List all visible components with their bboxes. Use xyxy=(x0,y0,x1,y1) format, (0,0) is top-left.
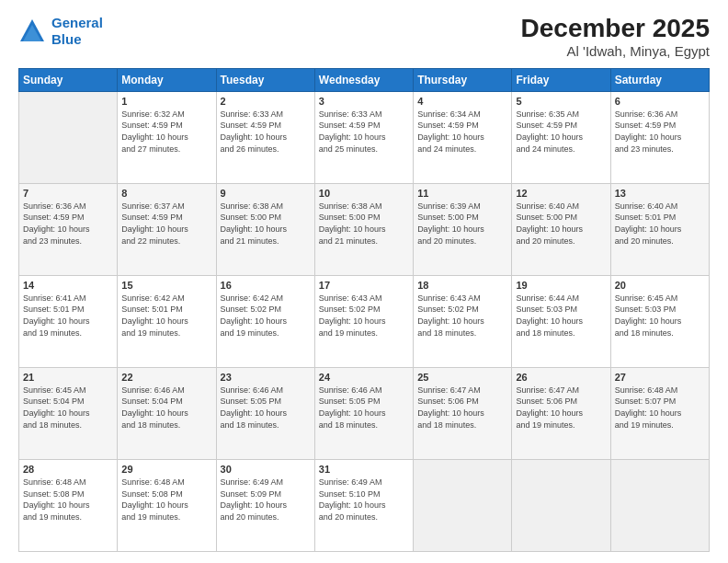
day-number: 8 xyxy=(121,188,211,199)
day-number: 30 xyxy=(221,464,311,475)
day-info: Sunrise: 6:41 AM Sunset: 5:01 PM Dayligh… xyxy=(23,293,113,339)
day-cell: 29Sunrise: 6:48 AM Sunset: 5:08 PM Dayli… xyxy=(118,459,216,551)
day-info: Sunrise: 6:33 AM Sunset: 4:59 PM Dayligh… xyxy=(319,109,409,155)
header-row: SundayMondayTuesdayWednesdayThursdayFrid… xyxy=(19,68,710,91)
day-cell: 1Sunrise: 6:32 AM Sunset: 4:59 PM Daylig… xyxy=(118,91,216,183)
day-info: Sunrise: 6:48 AM Sunset: 5:08 PM Dayligh… xyxy=(23,477,113,523)
column-header-tuesday: Tuesday xyxy=(216,68,314,91)
day-cell: 14Sunrise: 6:41 AM Sunset: 5:01 PM Dayli… xyxy=(19,275,118,367)
day-cell: 19Sunrise: 6:44 AM Sunset: 5:03 PM Dayli… xyxy=(512,275,610,367)
day-cell xyxy=(610,459,709,551)
day-info: Sunrise: 6:45 AM Sunset: 5:03 PM Dayligh… xyxy=(615,293,705,339)
day-number: 10 xyxy=(319,188,409,199)
week-row-4: 21Sunrise: 6:45 AM Sunset: 5:04 PM Dayli… xyxy=(19,367,710,459)
day-number: 24 xyxy=(319,372,409,383)
day-info: Sunrise: 6:46 AM Sunset: 5:05 PM Dayligh… xyxy=(319,385,409,431)
day-number: 4 xyxy=(417,96,507,107)
logo-line1: General xyxy=(51,15,103,30)
day-number: 6 xyxy=(615,96,705,107)
day-number: 13 xyxy=(615,188,705,199)
column-header-monday: Monday xyxy=(118,68,216,91)
day-number: 9 xyxy=(221,188,311,199)
day-info: Sunrise: 6:46 AM Sunset: 5:05 PM Dayligh… xyxy=(221,385,311,431)
logo: General Blue xyxy=(18,15,103,48)
day-cell: 20Sunrise: 6:45 AM Sunset: 5:03 PM Dayli… xyxy=(610,275,709,367)
day-info: Sunrise: 6:32 AM Sunset: 4:59 PM Dayligh… xyxy=(121,109,211,155)
day-number: 20 xyxy=(615,280,705,291)
day-number: 11 xyxy=(417,188,507,199)
calendar-title: December 2025 xyxy=(521,15,710,43)
day-cell: 26Sunrise: 6:47 AM Sunset: 5:06 PM Dayli… xyxy=(512,367,610,459)
day-cell: 3Sunrise: 6:33 AM Sunset: 4:59 PM Daylig… xyxy=(314,91,413,183)
column-header-saturday: Saturday xyxy=(610,68,709,91)
day-number: 26 xyxy=(516,372,606,383)
day-info: Sunrise: 6:39 AM Sunset: 5:00 PM Dayligh… xyxy=(417,201,507,247)
day-number: 5 xyxy=(516,96,606,107)
day-info: Sunrise: 6:43 AM Sunset: 5:02 PM Dayligh… xyxy=(319,293,409,339)
day-cell: 7Sunrise: 6:36 AM Sunset: 4:59 PM Daylig… xyxy=(19,183,118,275)
day-cell: 10Sunrise: 6:38 AM Sunset: 5:00 PM Dayli… xyxy=(314,183,413,275)
column-header-wednesday: Wednesday xyxy=(314,68,413,91)
day-number: 31 xyxy=(319,464,409,475)
day-info: Sunrise: 6:44 AM Sunset: 5:03 PM Dayligh… xyxy=(516,293,606,339)
week-row-5: 28Sunrise: 6:48 AM Sunset: 5:08 PM Dayli… xyxy=(19,459,710,551)
calendar-subtitle: Al 'Idwah, Minya, Egypt xyxy=(521,43,710,59)
day-cell: 12Sunrise: 6:40 AM Sunset: 5:00 PM Dayli… xyxy=(512,183,610,275)
logo-icon xyxy=(18,17,46,45)
day-cell: 15Sunrise: 6:42 AM Sunset: 5:01 PM Dayli… xyxy=(118,275,216,367)
day-info: Sunrise: 6:43 AM Sunset: 5:02 PM Dayligh… xyxy=(417,293,507,339)
day-info: Sunrise: 6:42 AM Sunset: 5:02 PM Dayligh… xyxy=(221,293,311,339)
week-row-3: 14Sunrise: 6:41 AM Sunset: 5:01 PM Dayli… xyxy=(19,275,710,367)
day-info: Sunrise: 6:40 AM Sunset: 5:00 PM Dayligh… xyxy=(516,201,606,247)
day-number: 16 xyxy=(221,280,311,291)
day-cell: 27Sunrise: 6:48 AM Sunset: 5:07 PM Dayli… xyxy=(610,367,709,459)
day-cell: 18Sunrise: 6:43 AM Sunset: 5:02 PM Dayli… xyxy=(414,275,512,367)
day-info: Sunrise: 6:34 AM Sunset: 4:59 PM Dayligh… xyxy=(417,109,507,155)
title-block: December 2025 Al 'Idwah, Minya, Egypt xyxy=(521,15,710,59)
day-number: 2 xyxy=(221,96,311,107)
day-info: Sunrise: 6:48 AM Sunset: 5:08 PM Dayligh… xyxy=(121,477,211,523)
column-header-thursday: Thursday xyxy=(414,68,512,91)
day-number: 1 xyxy=(121,96,211,107)
day-number: 19 xyxy=(516,280,606,291)
day-cell: 22Sunrise: 6:46 AM Sunset: 5:04 PM Dayli… xyxy=(118,367,216,459)
day-info: Sunrise: 6:47 AM Sunset: 5:06 PM Dayligh… xyxy=(417,385,507,431)
day-cell: 9Sunrise: 6:38 AM Sunset: 5:00 PM Daylig… xyxy=(216,183,314,275)
page: General Blue December 2025 Al 'Idwah, Mi… xyxy=(0,0,728,563)
day-cell xyxy=(19,91,118,183)
day-cell: 16Sunrise: 6:42 AM Sunset: 5:02 PM Dayli… xyxy=(216,275,314,367)
day-number: 3 xyxy=(319,96,409,107)
day-number: 23 xyxy=(221,372,311,383)
day-info: Sunrise: 6:45 AM Sunset: 5:04 PM Dayligh… xyxy=(23,385,113,431)
day-cell: 24Sunrise: 6:46 AM Sunset: 5:05 PM Dayli… xyxy=(314,367,413,459)
day-number: 21 xyxy=(23,372,113,383)
day-cell xyxy=(414,459,512,551)
day-info: Sunrise: 6:35 AM Sunset: 4:59 PM Dayligh… xyxy=(516,109,606,155)
day-info: Sunrise: 6:33 AM Sunset: 4:59 PM Dayligh… xyxy=(221,109,311,155)
day-number: 22 xyxy=(121,372,211,383)
day-info: Sunrise: 6:38 AM Sunset: 5:00 PM Dayligh… xyxy=(221,201,311,247)
day-cell xyxy=(512,459,610,551)
day-info: Sunrise: 6:47 AM Sunset: 5:06 PM Dayligh… xyxy=(516,385,606,431)
day-cell: 5Sunrise: 6:35 AM Sunset: 4:59 PM Daylig… xyxy=(512,91,610,183)
day-number: 7 xyxy=(23,188,113,199)
day-cell: 8Sunrise: 6:37 AM Sunset: 4:59 PM Daylig… xyxy=(118,183,216,275)
day-cell: 23Sunrise: 6:46 AM Sunset: 5:05 PM Dayli… xyxy=(216,367,314,459)
day-info: Sunrise: 6:36 AM Sunset: 4:59 PM Dayligh… xyxy=(23,201,113,247)
day-info: Sunrise: 6:42 AM Sunset: 5:01 PM Dayligh… xyxy=(121,293,211,339)
column-header-sunday: Sunday xyxy=(19,68,118,91)
day-cell: 21Sunrise: 6:45 AM Sunset: 5:04 PM Dayli… xyxy=(19,367,118,459)
day-info: Sunrise: 6:49 AM Sunset: 5:10 PM Dayligh… xyxy=(319,477,409,523)
day-info: Sunrise: 6:38 AM Sunset: 5:00 PM Dayligh… xyxy=(319,201,409,247)
day-cell: 4Sunrise: 6:34 AM Sunset: 4:59 PM Daylig… xyxy=(414,91,512,183)
day-info: Sunrise: 6:40 AM Sunset: 5:01 PM Dayligh… xyxy=(615,201,705,247)
calendar-table: SundayMondayTuesdayWednesdayThursdayFrid… xyxy=(18,68,710,552)
day-info: Sunrise: 6:37 AM Sunset: 4:59 PM Dayligh… xyxy=(121,201,211,247)
day-number: 18 xyxy=(417,280,507,291)
day-cell: 6Sunrise: 6:36 AM Sunset: 4:59 PM Daylig… xyxy=(610,91,709,183)
day-cell: 2Sunrise: 6:33 AM Sunset: 4:59 PM Daylig… xyxy=(216,91,314,183)
day-info: Sunrise: 6:36 AM Sunset: 4:59 PM Dayligh… xyxy=(615,109,705,155)
day-cell: 25Sunrise: 6:47 AM Sunset: 5:06 PM Dayli… xyxy=(414,367,512,459)
day-number: 27 xyxy=(615,372,705,383)
logo-text: General Blue xyxy=(51,15,103,48)
